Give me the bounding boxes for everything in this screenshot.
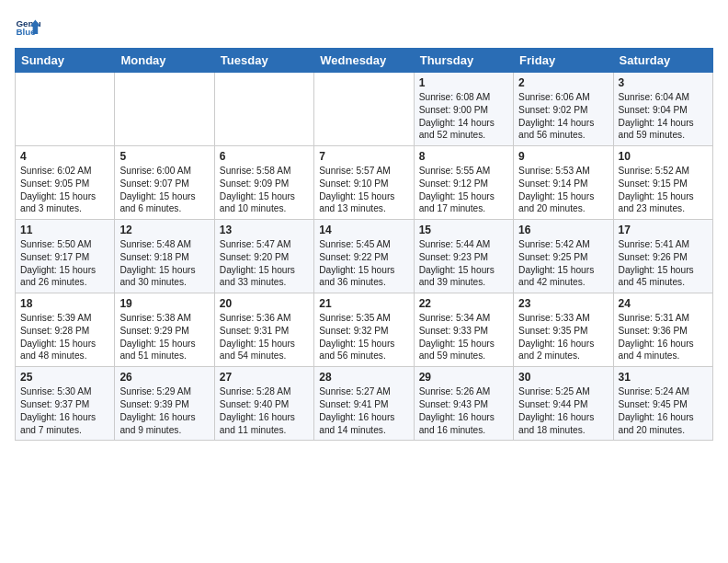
calendar-cell: 15Sunrise: 5:44 AM Sunset: 9:23 PM Dayli… — [414, 220, 513, 293]
logo: General Blue — [15, 15, 46, 40]
day-number: 11 — [20, 224, 109, 236]
logo-icon: General Blue — [15, 15, 40, 40]
calendar-cell: 1Sunrise: 6:08 AM Sunset: 9:00 PM Daylig… — [414, 73, 513, 146]
day-number: 8 — [419, 150, 508, 163]
weekday-header-monday: Monday — [115, 49, 214, 73]
weekday-header-sunday: Sunday — [16, 49, 115, 73]
calendar-cell: 27Sunrise: 5:28 AM Sunset: 9:40 PM Dayli… — [214, 367, 313, 441]
weekday-header-saturday: Saturday — [613, 49, 712, 73]
day-number: 20 — [220, 297, 309, 310]
cell-content: Sunrise: 5:58 AM Sunset: 9:09 PM Dayligh… — [220, 165, 309, 215]
day-number: 19 — [119, 297, 209, 310]
calendar-cell: 28Sunrise: 5:27 AM Sunset: 9:41 PM Dayli… — [314, 367, 414, 441]
calendar-cell: 29Sunrise: 5:26 AM Sunset: 9:43 PM Dayli… — [414, 367, 513, 441]
calendar-cell: 7Sunrise: 5:57 AM Sunset: 9:10 PM Daylig… — [314, 146, 414, 220]
weekday-header-tuesday: Tuesday — [214, 49, 313, 73]
calendar-cell: 2Sunrise: 6:06 AM Sunset: 9:02 PM Daylig… — [514, 73, 613, 146]
weekday-header-thursday: Thursday — [414, 49, 513, 73]
cell-content: Sunrise: 6:00 AM Sunset: 9:07 PM Dayligh… — [119, 165, 209, 215]
day-number: 21 — [319, 297, 408, 310]
cell-content: Sunrise: 6:08 AM Sunset: 9:00 PM Dayligh… — [419, 91, 508, 142]
calendar-cell: 20Sunrise: 5:36 AM Sunset: 9:31 PM Dayli… — [214, 293, 313, 367]
day-number: 31 — [619, 371, 708, 384]
calendar-cell: 24Sunrise: 5:31 AM Sunset: 9:36 PM Dayli… — [613, 293, 712, 367]
day-number: 30 — [518, 371, 608, 384]
day-number: 18 — [20, 297, 109, 310]
calendar-cell: 14Sunrise: 5:45 AM Sunset: 9:22 PM Dayli… — [314, 220, 414, 293]
calendar-cell — [214, 73, 313, 146]
day-number: 2 — [518, 76, 608, 89]
cell-content: Sunrise: 5:45 AM Sunset: 9:22 PM Dayligh… — [319, 238, 408, 289]
calendar-cell: 16Sunrise: 5:42 AM Sunset: 9:25 PM Dayli… — [514, 220, 613, 293]
day-number: 28 — [319, 371, 408, 384]
calendar-cell: 21Sunrise: 5:35 AM Sunset: 9:32 PM Dayli… — [314, 293, 414, 367]
cell-content: Sunrise: 5:36 AM Sunset: 9:31 PM Dayligh… — [220, 312, 309, 362]
cell-content: Sunrise: 5:57 AM Sunset: 9:10 PM Dayligh… — [319, 165, 408, 215]
day-number: 23 — [518, 297, 608, 310]
cell-content: Sunrise: 5:24 AM Sunset: 9:45 PM Dayligh… — [619, 385, 708, 436]
weekday-header-friday: Friday — [514, 49, 613, 73]
calendar-cell — [314, 73, 414, 146]
calendar-cell: 30Sunrise: 5:25 AM Sunset: 9:44 PM Dayli… — [514, 367, 613, 441]
day-number: 4 — [20, 150, 109, 163]
cell-content: Sunrise: 6:06 AM Sunset: 9:02 PM Dayligh… — [518, 91, 608, 142]
calendar-table: SundayMondayTuesdayWednesdayThursdayFrid… — [15, 48, 713, 441]
calendar-cell: 9Sunrise: 5:53 AM Sunset: 9:14 PM Daylig… — [514, 146, 613, 220]
cell-content: Sunrise: 5:26 AM Sunset: 9:43 PM Dayligh… — [419, 385, 508, 436]
cell-content: Sunrise: 5:53 AM Sunset: 9:14 PM Dayligh… — [518, 165, 608, 215]
day-number: 22 — [419, 297, 508, 310]
day-number: 5 — [119, 150, 209, 163]
calendar-cell: 17Sunrise: 5:41 AM Sunset: 9:26 PM Dayli… — [613, 220, 712, 293]
cell-content: Sunrise: 6:04 AM Sunset: 9:04 PM Dayligh… — [619, 91, 708, 142]
cell-content: Sunrise: 5:34 AM Sunset: 9:33 PM Dayligh… — [419, 312, 508, 362]
day-number: 14 — [319, 224, 408, 236]
calendar-cell — [16, 73, 115, 146]
day-number: 3 — [619, 76, 708, 89]
calendar-cell: 12Sunrise: 5:48 AM Sunset: 9:18 PM Dayli… — [115, 220, 214, 293]
calendar-cell: 5Sunrise: 6:00 AM Sunset: 9:07 PM Daylig… — [115, 146, 214, 220]
day-number: 13 — [220, 224, 309, 236]
cell-content: Sunrise: 5:41 AM Sunset: 9:26 PM Dayligh… — [619, 238, 708, 289]
calendar-cell: 10Sunrise: 5:52 AM Sunset: 9:15 PM Dayli… — [613, 146, 712, 220]
day-number: 16 — [518, 224, 608, 236]
cell-content: Sunrise: 5:25 AM Sunset: 9:44 PM Dayligh… — [518, 385, 608, 436]
day-number: 25 — [20, 371, 109, 384]
cell-content: Sunrise: 5:29 AM Sunset: 9:39 PM Dayligh… — [119, 385, 209, 436]
cell-content: Sunrise: 5:28 AM Sunset: 9:40 PM Dayligh… — [220, 385, 309, 436]
cell-content: Sunrise: 5:35 AM Sunset: 9:32 PM Dayligh… — [319, 312, 408, 362]
calendar-cell: 4Sunrise: 6:02 AM Sunset: 9:05 PM Daylig… — [16, 146, 115, 220]
cell-content: Sunrise: 5:47 AM Sunset: 9:20 PM Dayligh… — [220, 238, 309, 289]
calendar-cell: 18Sunrise: 5:39 AM Sunset: 9:28 PM Dayli… — [16, 293, 115, 367]
cell-content: Sunrise: 5:44 AM Sunset: 9:23 PM Dayligh… — [419, 238, 508, 289]
cell-content: Sunrise: 5:30 AM Sunset: 9:37 PM Dayligh… — [20, 385, 109, 436]
cell-content: Sunrise: 5:38 AM Sunset: 9:29 PM Dayligh… — [119, 312, 209, 362]
day-number: 12 — [119, 224, 209, 236]
cell-content: Sunrise: 5:48 AM Sunset: 9:18 PM Dayligh… — [119, 238, 209, 289]
day-number: 24 — [619, 297, 708, 310]
calendar-cell: 31Sunrise: 5:24 AM Sunset: 9:45 PM Dayli… — [613, 367, 712, 441]
cell-content: Sunrise: 5:52 AM Sunset: 9:15 PM Dayligh… — [619, 165, 708, 215]
cell-content: Sunrise: 5:50 AM Sunset: 9:17 PM Dayligh… — [20, 238, 109, 289]
calendar-cell — [115, 73, 214, 146]
day-number: 29 — [419, 371, 508, 384]
calendar-cell: 8Sunrise: 5:55 AM Sunset: 9:12 PM Daylig… — [414, 146, 513, 220]
cell-content: Sunrise: 5:42 AM Sunset: 9:25 PM Dayligh… — [518, 238, 608, 289]
day-number: 6 — [220, 150, 309, 163]
calendar-cell: 19Sunrise: 5:38 AM Sunset: 9:29 PM Dayli… — [115, 293, 214, 367]
weekday-header-wednesday: Wednesday — [314, 49, 414, 73]
cell-content: Sunrise: 5:31 AM Sunset: 9:36 PM Dayligh… — [619, 312, 708, 362]
calendar-cell: 25Sunrise: 5:30 AM Sunset: 9:37 PM Dayli… — [16, 367, 115, 441]
calendar-cell: 13Sunrise: 5:47 AM Sunset: 9:20 PM Dayli… — [214, 220, 313, 293]
day-number: 1 — [419, 76, 508, 89]
day-number: 26 — [119, 371, 209, 384]
cell-content: Sunrise: 5:55 AM Sunset: 9:12 PM Dayligh… — [419, 165, 508, 215]
calendar-cell: 23Sunrise: 5:33 AM Sunset: 9:35 PM Dayli… — [514, 293, 613, 367]
day-number: 17 — [619, 224, 708, 236]
calendar-cell: 3Sunrise: 6:04 AM Sunset: 9:04 PM Daylig… — [613, 73, 712, 146]
calendar-cell: 11Sunrise: 5:50 AM Sunset: 9:17 PM Dayli… — [16, 220, 115, 293]
cell-content: Sunrise: 5:39 AM Sunset: 9:28 PM Dayligh… — [20, 312, 109, 362]
page-header: General Blue — [15, 15, 713, 40]
calendar-cell: 26Sunrise: 5:29 AM Sunset: 9:39 PM Dayli… — [115, 367, 214, 441]
day-number: 10 — [619, 150, 708, 163]
cell-content: Sunrise: 5:27 AM Sunset: 9:41 PM Dayligh… — [319, 385, 408, 436]
